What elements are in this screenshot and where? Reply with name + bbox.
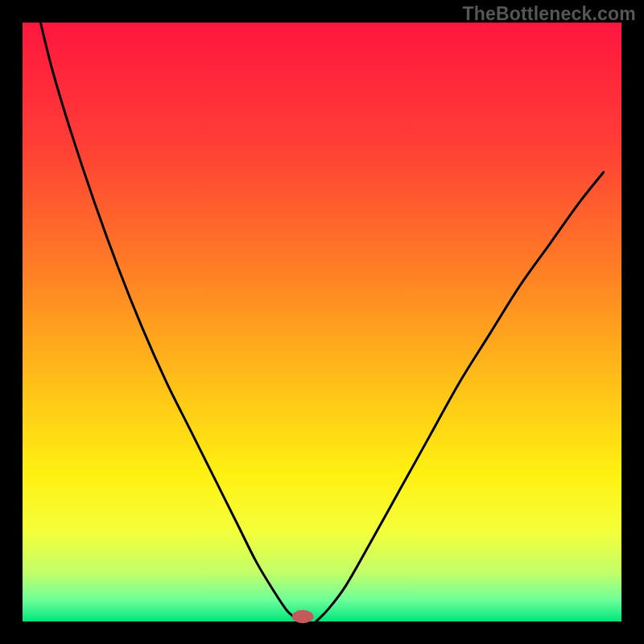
bottleneck-chart xyxy=(0,0,644,644)
chart-container: TheBottleneck.com xyxy=(0,0,644,644)
minimum-marker xyxy=(292,610,314,623)
watermark-label: TheBottleneck.com xyxy=(462,3,636,25)
plot-background xyxy=(23,23,621,621)
